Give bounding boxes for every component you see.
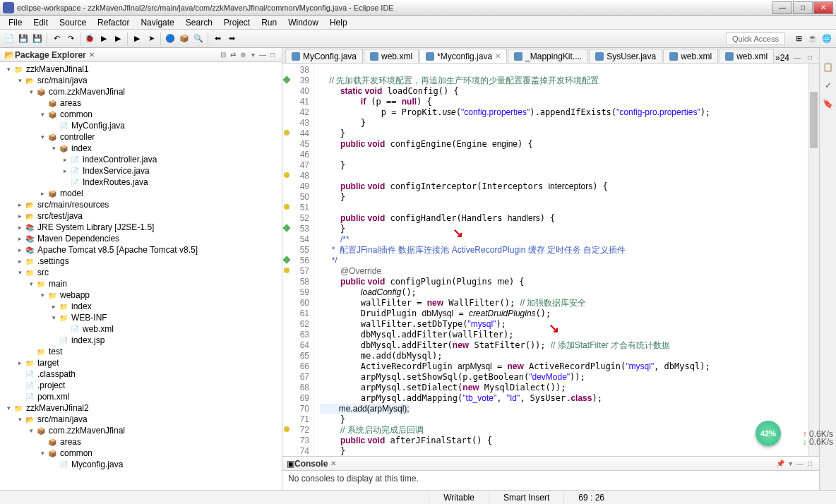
console-min-icon[interactable]: — — [795, 459, 805, 469]
editor-tab[interactable]: web.xml — [364, 49, 419, 63]
tree-item[interactable]: ▸📚Maven Dependencies — [0, 233, 282, 244]
tree-item[interactable]: 📄pom.xml — [0, 391, 282, 402]
java-perspective-button[interactable]: ☕ — [806, 32, 819, 45]
editor-min-icon[interactable]: — — [792, 53, 802, 63]
menu-refactor[interactable]: Refactor — [92, 16, 135, 29]
redo-button[interactable]: ↷ — [64, 32, 77, 45]
back-button[interactable]: ⬅ — [211, 32, 224, 45]
menu-search[interactable]: Search — [180, 16, 218, 29]
tree-item[interactable]: 📄web.xml — [0, 323, 282, 335]
editor-max-icon[interactable]: □ — [805, 53, 815, 63]
tree-item[interactable]: ▾📦common — [0, 448, 282, 459]
skip-breakpoints-button[interactable]: ➤ — [145, 32, 157, 45]
tree-item[interactable]: ▸📁.settings — [0, 256, 282, 267]
forward-button[interactable]: ➡ — [225, 32, 238, 45]
close-panel-icon[interactable]: ✕ — [89, 51, 95, 59]
progress-badge[interactable]: 42% — [756, 421, 781, 446]
focus-icon[interactable]: ⊕ — [238, 50, 248, 60]
tree-item[interactable]: 📦areas — [0, 97, 282, 109]
editor-scrollbar[interactable] — [808, 64, 819, 456]
tree-item[interactable]: 📄Myconfig.java — [0, 459, 282, 470]
tree-item[interactable]: 📦areas — [0, 436, 282, 448]
maximize-panel-icon[interactable]: □ — [268, 50, 277, 60]
maximize-button[interactable]: □ — [793, 1, 813, 14]
tree-item[interactable]: ▾📁zzkMavenJfinal1 — [0, 64, 282, 75]
tree-item[interactable]: ▸📂src/main/resources — [0, 199, 282, 210]
new-package-button[interactable]: 📦 — [178, 32, 191, 45]
code-editor[interactable]: // 先加载开发环境配置，再追加生产环境的少量配置覆盖掉开发环境配置 stati… — [314, 64, 819, 456]
task-list-icon[interactable]: ✓ — [822, 80, 835, 93]
editor-tab[interactable]: MyConfig.java — [285, 49, 363, 63]
editor-tab[interactable]: *Myconfig.java✕ — [419, 49, 507, 63]
new-server-button[interactable]: 🔵 — [164, 32, 177, 45]
editor-tab[interactable]: web.xml — [719, 49, 774, 63]
tabs-overflow[interactable]: »24 — [775, 53, 789, 63]
debug-button[interactable]: 🐞 — [83, 32, 96, 45]
tree-item[interactable]: ▾📁zzkMavenJfinal2 — [0, 402, 282, 414]
tree-item[interactable]: ▾📦com.zzkMavenJfinal — [0, 425, 282, 436]
close-console-icon[interactable]: ✕ — [330, 460, 336, 467]
tree-item[interactable]: ▾📁WEB-INF — [0, 312, 282, 323]
new-button[interactable]: 📄 — [3, 32, 16, 45]
menu-file[interactable]: File — [3, 16, 28, 29]
tree-item[interactable]: 📄index.jsp — [0, 335, 282, 346]
package-explorer: 📂 Package Explorer ✕ ⊟ ⇄ ⊕ ▾ — □ ▾📁zzkMa… — [0, 48, 282, 497]
menu-help[interactable]: Help — [324, 16, 353, 29]
menu-run[interactable]: Run — [256, 16, 282, 29]
tree-item[interactable]: ▸📁target — [0, 357, 282, 368]
coverage-button[interactable]: ▶ — [112, 32, 124, 45]
menu-source[interactable]: Source — [54, 16, 92, 29]
console-max-icon[interactable]: □ — [805, 459, 815, 469]
tree-item[interactable]: 📄MyConfig.java — [0, 120, 282, 131]
tree-item[interactable]: ▸📁index — [0, 301, 282, 312]
javaee-perspective-button[interactable]: 🌐 — [820, 32, 833, 45]
editor-area: MyConfig.javaweb.xml*Myconfig.java✕_Mapp… — [282, 48, 819, 497]
save-button[interactable]: 💾 — [17, 32, 30, 45]
console-pin-icon[interactable]: 📌 — [775, 459, 785, 469]
save-all-button[interactable]: 💾 — [31, 32, 44, 45]
tree-item[interactable]: 📄.project — [0, 380, 282, 391]
tree-item[interactable]: ▾📦index — [0, 143, 282, 154]
menu-navigate[interactable]: Navigate — [135, 16, 179, 29]
link-editor-icon[interactable]: ⇄ — [228, 50, 238, 60]
project-tree[interactable]: ▾📁zzkMavenJfinal1▾📂src/main/java▾📦com.zz… — [0, 62, 282, 497]
tree-item[interactable]: ▸📄indexController.java — [0, 154, 282, 165]
undo-button[interactable]: ↶ — [50, 32, 63, 45]
tree-item[interactable]: ▸📚Apache Tomcat v8.5 [Apache Tomcat v8.5… — [0, 244, 282, 256]
tree-item[interactable]: ▾📦controller — [0, 131, 282, 143]
outline-icon[interactable]: 📋 — [822, 62, 835, 75]
quick-access[interactable]: Quick Access — [726, 32, 785, 45]
view-menu-icon[interactable]: ▾ — [248, 50, 258, 60]
run-last-button[interactable]: ▶ — [131, 32, 143, 45]
open-perspective-button[interactable]: ⊞ — [792, 32, 805, 45]
tree-item[interactable]: ▸📄IndexService.java — [0, 165, 282, 176]
run-button[interactable]: ▶ — [97, 32, 110, 45]
tree-item[interactable]: ▸📦model — [0, 188, 282, 199]
close-button[interactable]: ✕ — [813, 1, 833, 14]
minimize-button[interactable]: — — [772, 1, 792, 14]
menu-edit[interactable]: Edit — [28, 16, 54, 29]
tree-item[interactable]: ▾📁src — [0, 267, 282, 278]
editor-tab[interactable]: web.xml — [663, 49, 718, 63]
tree-item[interactable]: ▾📂src/main/java — [0, 414, 282, 425]
tree-item[interactable]: ▾📦com.zzkMavenJfinal — [0, 86, 282, 97]
tree-item[interactable]: ▸📂src/test/java — [0, 210, 282, 222]
tree-item[interactable]: ▾📁webapp — [0, 289, 282, 301]
tree-item[interactable]: 📄.classpath — [0, 368, 282, 380]
menu-project[interactable]: Project — [218, 16, 256, 29]
collapse-all-icon[interactable]: ⊟ — [218, 50, 228, 60]
line-numbers: 3839404142434445464748495051525354555657… — [282, 64, 314, 456]
console-display-icon[interactable]: ▾ — [785, 459, 795, 469]
tree-item[interactable]: ▾📦common — [0, 109, 282, 120]
editor-tab[interactable]: _MappingKit.... — [508, 49, 588, 63]
tree-item[interactable]: ▾📁main — [0, 278, 282, 289]
tree-item[interactable]: 📄IndexRoutes.java — [0, 176, 282, 188]
menu-window[interactable]: Window — [282, 16, 324, 29]
minimize-panel-icon[interactable]: — — [258, 50, 268, 60]
tree-item[interactable]: ▸📚JRE System Library [J2SE-1.5] — [0, 222, 282, 233]
tree-item[interactable]: 📁test — [0, 346, 282, 357]
tree-item[interactable]: ▾📂src/main/java — [0, 75, 282, 86]
editor-tab[interactable]: SysUser.java — [589, 49, 662, 63]
bookmark-icon[interactable]: 🔖 — [822, 99, 835, 112]
search-button[interactable]: 🔍 — [192, 32, 205, 45]
